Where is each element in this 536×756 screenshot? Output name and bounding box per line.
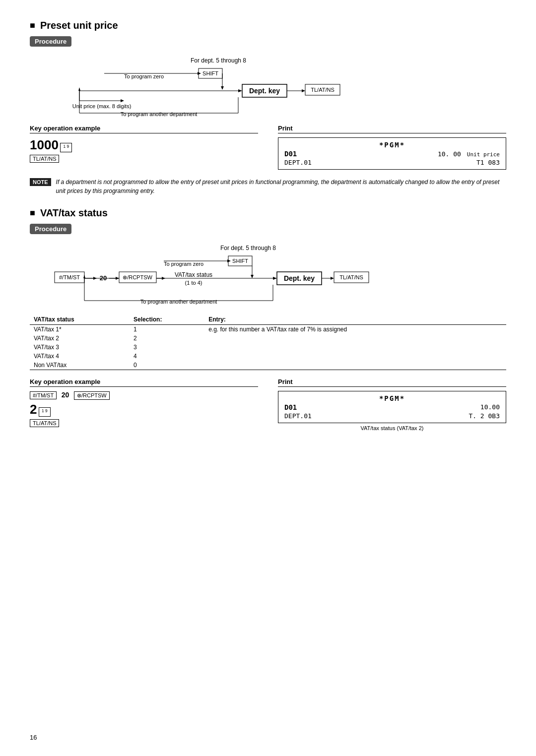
note-badge-1: NOTE [30, 178, 51, 186]
key-op-header-1: Key operation example [30, 125, 258, 133]
arrow-head-unit-1 [121, 99, 124, 102]
print-price-1: 10. 00 [438, 150, 461, 158]
vat-cell-3-1: 4 [130, 352, 204, 361]
procedure-badge-1: Procedure [30, 36, 71, 47]
htm-label-2: #/TM/ST [59, 274, 80, 280]
vat-table-row: VAT/tax 33 [30, 343, 506, 352]
arrow-head-down-1 [221, 86, 224, 90]
vat-cell-3-0: VAT/tax 4 [30, 352, 130, 361]
key-op-items-1: 1000 1 9 TL/AT/NS [30, 137, 258, 163]
vat-cell-1-1: 2 [130, 334, 204, 343]
print-t2-2: T. 2 0B3 [469, 412, 500, 420]
vat-cell-1-0: VAT/tax 2 [30, 334, 130, 343]
vat-cell-2-2 [204, 343, 506, 352]
print-box-1: *PGM* D01 10. 00 Unit price DEPT.01 T1 0… [278, 137, 506, 170]
vat-cell-4-0: Non VAT/tax [30, 361, 130, 370]
vat-cell-0-1: 1 [130, 325, 204, 334]
ah-1 [93, 277, 97, 280]
key-sup-1: 1 9 [63, 144, 69, 149]
arrow-head-tl-1 [302, 89, 305, 92]
print-header-2: Print [278, 378, 506, 387]
key-tl-line-1: TL/AT/NS [30, 155, 258, 163]
key-op-line1-2: #/TM/ST 20 ⊗/RCPTSW [30, 391, 258, 400]
arrow-to-dept-2 [273, 277, 277, 280]
print-caption-2: VAT/tax status (VAT/tax 2) [278, 425, 506, 431]
vat-table-row: VAT/tax 22 [30, 334, 506, 343]
note-text-1: If a department is not programmed to all… [56, 178, 506, 195]
pgm-line-1: *PGM* [284, 141, 500, 149]
print-10-1: 10. 00 Unit price [438, 150, 500, 158]
tl-key-op-2: TL/AT/NS [30, 419, 59, 427]
vat-cell-4-1: 0 [130, 361, 204, 370]
vat-cell-3-2 [204, 352, 506, 361]
arrow-head-down-2 [251, 275, 254, 278]
print-d01-2: D01 [284, 403, 297, 411]
num-20-op-2: 20 [62, 391, 69, 399]
vat-cell-1-2 [204, 334, 506, 343]
dept-key-label-1: Dept. key [249, 87, 280, 95]
procedure-badge-2: Procedure [30, 224, 71, 234]
vat-cell-2-1: 3 [130, 343, 204, 352]
key-op-line3-2: TL/AT/NS [30, 419, 258, 427]
print-t1-083-1: T1 083 [476, 159, 500, 166]
vat-table-row: VAT/tax 44 [30, 352, 506, 361]
dept-key-label-2: Dept. key [284, 274, 315, 282]
key-operation-example-2: Key operation example #/TM/ST 20 ⊗/RCPTS… [30, 378, 506, 431]
preset-unit-price-title: Preset unit price [30, 20, 506, 31]
to-program-zero-1: To program zero [124, 73, 164, 79]
vat-flow-sub-2: (1 to 4) [185, 280, 202, 286]
vat-cell-0-2: e.g. for this number a VAT/tax rate of 7… [204, 325, 506, 334]
key-op-header-2: Key operation example [30, 378, 258, 387]
key-op-line2-2: 2 1 9 [30, 402, 258, 417]
print-col-2: Print *PGM* D01 10.00 DEPT.01 T. 2 0B3 V… [278, 378, 506, 431]
flow-svg-2: For dept. 5 through 8 To program zero SH… [30, 241, 437, 308]
to-program-another-1: To program another department [121, 111, 198, 117]
shift-key-label-1: SHIFT [202, 70, 218, 76]
vat-col1-header: VAT/tax status [30, 315, 130, 325]
flow-svg-1: For dept. 5 through 8 To program zero SH… [30, 54, 417, 118]
ah-3 [162, 277, 165, 280]
key-number-2: 2 [30, 402, 37, 417]
note-box-1: NOTE If a department is not programmed t… [30, 178, 506, 195]
rcptsw-label-2: ⊗/RCPTSW [123, 274, 152, 280]
vat-flow-label-2: VAT/tax status [175, 271, 212, 278]
num-20-2: 20 [100, 274, 107, 282]
vat-tax-section: VAT/tax status Procedure For dept. 5 thr… [30, 207, 506, 431]
vat-table: VAT/tax status Selection: Entry: VAT/tax… [30, 315, 506, 370]
tl-label-2: TL/AT/NS [339, 274, 363, 280]
arrow-to-dept-1 [238, 89, 242, 92]
flow-diagram-1: For dept. 5 through 8 To program zero SH… [30, 54, 506, 120]
key-operation-example-1: Key operation example 1000 1 9 TL/AT/NS … [30, 125, 506, 170]
key-sup-box-2: 1 9 [39, 407, 51, 416]
htm-key-op-2: #/TM/ST [30, 391, 57, 399]
loop-arrow-up-1 [78, 87, 80, 91]
print-10-2: 10.00 [480, 403, 500, 411]
key-sup-box-1: 1 9 [60, 143, 72, 152]
vat-cell-0-0: VAT/tax 1* [30, 325, 130, 334]
to-program-zero-2: To program zero [164, 261, 203, 267]
print-col-1: Print *PGM* D01 10. 00 Unit price DEPT.0… [278, 125, 506, 170]
unit-price-label-1: Unit price (max. 8 digits) [72, 103, 132, 109]
ah-4 [331, 277, 334, 280]
vat-col3-header: Entry: [204, 315, 506, 325]
ah-2 [116, 277, 119, 280]
pgm-line-2: *PGM* [284, 394, 500, 402]
page-number: 16 [30, 734, 37, 741]
print-dept01-2: DEPT.01 [284, 412, 312, 420]
to-program-another-2: To program another department [140, 299, 217, 305]
print-box-2: *PGM* D01 10.00 DEPT.01 T. 2 0B3 [278, 391, 506, 423]
vat-col2-header: Selection: [130, 315, 204, 325]
shift-key-label-2: SHIFT [232, 258, 248, 264]
tl-label-1: TL/AT/NS [311, 87, 334, 93]
key-sup-2: 1 9 [42, 408, 48, 413]
print-header-1: Print [278, 125, 506, 133]
flow-diagram-2: For dept. 5 through 8 To program zero SH… [30, 241, 506, 310]
vat-cell-2-0: VAT/tax 3 [30, 343, 130, 352]
vat-table-row: Non VAT/tax0 [30, 361, 506, 370]
rcptsw-key-op-2: ⊗/RCPTSW [74, 391, 110, 400]
print-dept01-1: DEPT.01 [284, 159, 312, 166]
key-op-col-2: Key operation example #/TM/ST 20 ⊗/RCPTS… [30, 378, 258, 427]
unit-price-note-1: Unit price [467, 151, 500, 158]
preset-unit-price-section: Preset unit price Procedure For dept. 5 … [30, 20, 506, 195]
key-op-1000-line: 1000 1 9 [30, 137, 258, 153]
